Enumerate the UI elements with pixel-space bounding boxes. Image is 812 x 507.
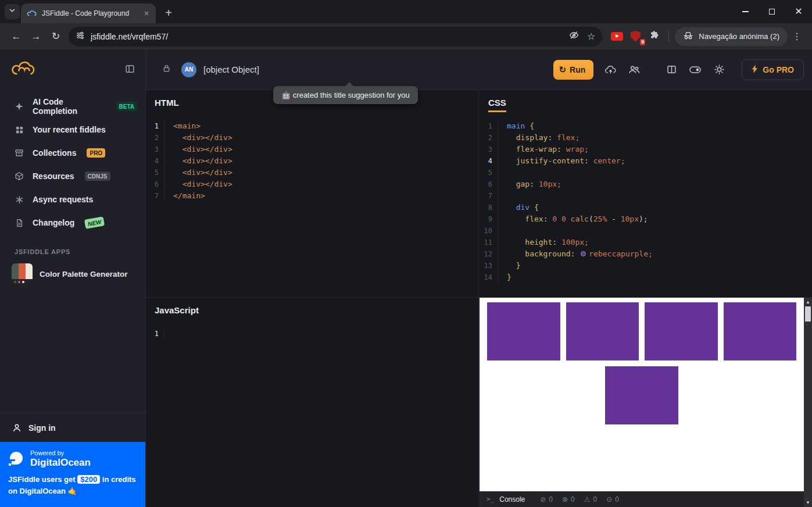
youtube-extension-button[interactable]	[608, 28, 625, 45]
console-info-count-icon: ⊙	[606, 495, 612, 504]
run-button[interactable]: ↻ Run	[553, 60, 594, 80]
code-line: 9 flex: 0 0 calc(25% - 10px);	[483, 213, 812, 225]
line-number: 6	[149, 178, 164, 190]
sidebar-item-label: Async requests	[33, 195, 93, 204]
sidebar-collapse-button[interactable]	[125, 64, 135, 76]
javascript-code-editor[interactable]: 1	[146, 328, 478, 340]
line-number: 3	[483, 144, 498, 155]
line-number: 6	[483, 178, 498, 190]
css-code-editor[interactable]: 1main {2 display: flex;3 flex-wrap: wrap…	[480, 120, 812, 283]
badge-pro: PRO	[87, 148, 105, 158]
badge-new: NEW	[84, 216, 105, 229]
browser-menu-button[interactable]: ⋮	[789, 31, 805, 42]
go-pro-button[interactable]: Go PRO	[742, 59, 804, 80]
fiddle-title[interactable]: [object Object]	[203, 65, 259, 74]
sparkle-icon	[14, 102, 24, 111]
minimize-button[interactable]	[732, 0, 759, 23]
back-button[interactable]: ←	[7, 27, 26, 46]
sidebar-item-resources[interactable]: ResourcesCDNJS	[0, 165, 145, 188]
extensions-button[interactable]	[645, 28, 663, 45]
incognito-badge[interactable]: Navegação anónima (2)	[675, 27, 788, 46]
sidebar-item-ai-code-completion[interactable]: AI Code CompletionBETA	[0, 95, 145, 118]
color-palette-icon	[12, 263, 33, 284]
bookmark-star-icon[interactable]: ☆	[587, 31, 595, 42]
scroll-up-arrow-icon[interactable]: ▲	[804, 298, 812, 306]
result-flex	[484, 302, 799, 424]
sidebar-item-label: AI Code Completion	[33, 97, 106, 116]
sidebar-item-async-requests[interactable]: Async requests	[0, 188, 145, 211]
maximize-button[interactable]	[759, 0, 785, 23]
result-scrollbar[interactable]: ▲ ▼	[804, 298, 812, 507]
title-suggestion-tooltip: 🤖 created this title suggestion for you	[273, 86, 418, 104]
sidebar-item-changelog[interactable]: ChangelogNEW	[0, 211, 145, 234]
console-error-count[interactable]: ⊘0	[540, 495, 553, 504]
code-text: background: rebeccapurple;	[507, 248, 653, 260]
site-settings-icon[interactable]	[76, 31, 85, 42]
url-text[interactable]: jsfiddle.net/vrqfem57/	[91, 32, 569, 41]
result-box	[724, 302, 797, 360]
code-line: 4 <div></div>	[149, 155, 478, 167]
sign-in-button[interactable]: Sign in	[0, 413, 145, 442]
line-number: 13	[483, 260, 498, 272]
console-bar[interactable]: >_ Console ⊘0⊗0⚠0⊙0	[480, 491, 804, 507]
powered-by-label: Powered by	[30, 449, 91, 456]
jsfiddle-logo[interactable]	[10, 59, 37, 81]
tab-title: JSFiddle - Code Playground	[42, 9, 137, 17]
app-item-label: Color Palette Generator	[40, 270, 128, 279]
code-line: 4 justify-content: center;	[483, 155, 812, 167]
theme-sun-icon[interactable]	[712, 65, 726, 74]
toggle-switch-icon[interactable]	[688, 66, 702, 73]
console-error-count-icon: ⊘	[540, 495, 546, 504]
scroll-down-arrow-icon[interactable]: ▼	[804, 498, 812, 507]
save-cloud-icon[interactable]	[603, 65, 617, 74]
html-panel[interactable]: HTML 1<main>2 <div></div>3 <div></div>4 …	[146, 90, 479, 298]
close-button[interactable]: ✕	[785, 0, 812, 23]
ublock-extension-button[interactable]: 9	[627, 28, 644, 45]
forward-button[interactable]: →	[27, 27, 45, 46]
console-info-count[interactable]: ⊙0	[606, 495, 619, 504]
ublock-badge: 9	[640, 39, 645, 45]
line-number: 5	[149, 167, 164, 178]
console-warning-count[interactable]: ⚠0	[584, 495, 597, 504]
line-number: 1	[149, 120, 164, 132]
javascript-panel[interactable]: JavaScript 1	[146, 298, 479, 507]
address-bar[interactable]: jsfiddle.net/vrqfem57/ ☆	[69, 27, 602, 47]
back-arrow-icon: ←	[12, 31, 22, 42]
result-frame	[480, 298, 804, 491]
window-menu-chevron-button[interactable]	[5, 4, 20, 19]
code-text: <div></div>	[173, 178, 232, 190]
collaborate-users-icon[interactable]	[627, 65, 641, 74]
code-text: <div></div>	[173, 155, 232, 167]
reload-button[interactable]: ↻	[46, 27, 65, 46]
line-number: 7	[149, 190, 164, 202]
sidebar-item-recent-fiddles[interactable]: Your recent fiddles	[0, 118, 145, 141]
line-number: 12	[483, 248, 498, 260]
console-blocked-count-icon: ⊗	[562, 495, 568, 504]
browser-tab[interactable]: JSFiddle - Code Playground ×	[21, 3, 156, 23]
eye-off-icon[interactable]	[569, 30, 579, 42]
browser-titlebar: JSFiddle - Code Playground × + ✕	[0, 0, 812, 23]
javascript-panel-title: JavaScript	[146, 298, 478, 324]
console-blocked-count[interactable]: ⊗0	[562, 495, 575, 504]
code-line: 6 gap: 10px;	[483, 178, 812, 190]
digitalocean-banner[interactable]: Powered by DigitalOcean JSFiddle users g…	[0, 442, 145, 507]
code-line: 5 <div></div>	[149, 167, 478, 178]
scroll-thumb[interactable]	[805, 306, 811, 322]
css-panel[interactable]: CSS 1main {2 display: flex;3 flex-wrap: …	[480, 90, 812, 298]
result-box	[645, 302, 718, 360]
line-number: 11	[483, 237, 498, 248]
avatar[interactable]: AN	[181, 62, 196, 77]
code-line: 14}	[483, 272, 812, 283]
tab-close-icon[interactable]: ×	[142, 9, 151, 18]
credit-amount-badge: $200	[77, 475, 100, 484]
sidebar-item-color-palette-generator[interactable]: Color Palette Generator	[12, 263, 136, 284]
layout-columns-icon[interactable]	[664, 65, 678, 74]
html-code-editor[interactable]: 1<main>2 <div></div>3 <div></div>4 <div>…	[146, 120, 478, 202]
maximize-icon	[769, 9, 775, 15]
code-line: 7</main>	[149, 190, 478, 202]
code-text: display: flex;	[507, 132, 580, 144]
privacy-lock-icon[interactable]	[162, 64, 171, 75]
code-line: 10	[483, 225, 812, 237]
sidebar-item-collections[interactable]: CollectionsPRO	[0, 141, 145, 165]
new-tab-button[interactable]: +	[160, 5, 177, 21]
